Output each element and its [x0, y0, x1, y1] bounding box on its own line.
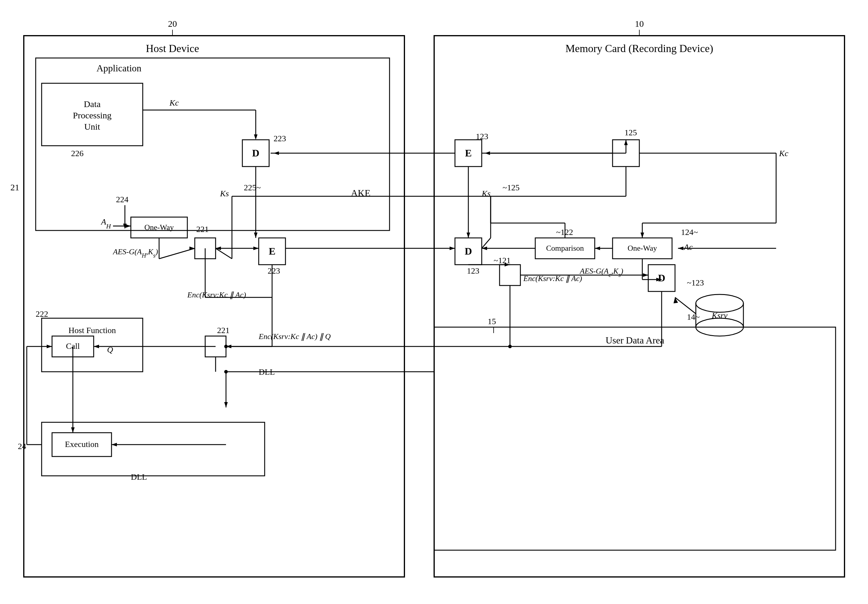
d-123-mid: D [465, 246, 472, 257]
dpu-label-line1: Data [84, 99, 101, 109]
dpu-label-line3: Unit [84, 122, 100, 132]
svg-marker-99 [624, 140, 628, 145]
svg-marker-15 [485, 151, 490, 155]
svg-marker-79 [112, 443, 117, 446]
svg-marker-35 [253, 246, 259, 250]
enc-ksrv-host: Enc(Ksrv:Kc ‖ Ac) [187, 291, 246, 299]
ref-14: 14~ [687, 312, 700, 322]
svg-marker-84 [46, 345, 52, 348]
e-123-top: E [465, 147, 472, 158]
d-223-top: D [252, 147, 260, 158]
ref-226: 226 [71, 149, 84, 158]
svg-marker-60 [643, 273, 648, 277]
dll-bot: DLL [131, 472, 147, 482]
svg-rect-2 [36, 58, 389, 231]
ref-221-bot: 221 [217, 326, 229, 335]
svg-marker-77 [71, 427, 74, 433]
svg-rect-3 [434, 36, 845, 577]
ks-host: Ks [220, 189, 229, 198]
ref-224: 224 [116, 195, 129, 204]
ref-223-mid: 223 [268, 266, 280, 276]
application-label: Application [96, 63, 141, 73]
dpu-label-line2: Processing [73, 110, 112, 120]
execution-label: Execution [65, 440, 99, 449]
kc-right: Kc [779, 149, 789, 158]
host-function-label: Host Function [68, 326, 116, 335]
svg-marker-8 [254, 135, 257, 140]
svg-marker-24 [126, 224, 131, 228]
one-way-host: One-Way [144, 223, 174, 232]
diagram-container: Host Device 20 21 Application Memory Car… [0, 0, 868, 604]
ksrv-label: Ksrv [711, 311, 728, 320]
ref-221-top: 221 [196, 225, 209, 234]
ref-21: 21 [11, 182, 19, 192]
ac-label: Ac [684, 242, 693, 252]
svg-point-53 [696, 294, 743, 312]
svg-marker-102 [640, 232, 644, 238]
svg-marker-96 [467, 232, 470, 238]
ref-223-top: 223 [274, 134, 286, 143]
ref-121: ~121 [494, 256, 511, 265]
svg-rect-61 [434, 327, 835, 550]
d-123-right: D [658, 273, 665, 283]
svg-line-31 [215, 248, 232, 259]
ref-123-d: ~123 [687, 278, 704, 287]
host-device-label: Host Device [146, 43, 199, 54]
memory-card-label: Memory Card (Recording Device) [566, 43, 713, 54]
user-data-area-label: User Data Area [605, 335, 664, 345]
svg-line-40 [482, 238, 491, 248]
svg-marker-44 [678, 246, 684, 250]
svg-marker-29 [189, 246, 195, 250]
aes-g-ac-ks: AES-G(Ac,Ks) [579, 267, 623, 278]
svg-marker-38 [450, 246, 455, 250]
ref-15: 15 [488, 317, 496, 326]
svg-rect-49 [499, 265, 520, 285]
ref-24: 24 [18, 441, 26, 451]
ref-20: 20 [168, 19, 177, 29]
svg-marker-46 [595, 246, 600, 250]
enc-ksrv-q: Enc(Ksrv:Kc ‖ Ac) ‖ Q [259, 332, 331, 341]
ref-225: 225~ [244, 183, 261, 192]
ref-123-mid: 123 [467, 266, 479, 276]
svg-marker-94 [254, 232, 257, 238]
ref-10: 10 [635, 19, 644, 29]
ake-label: AKE [351, 187, 370, 198]
ref-222: 222 [36, 309, 48, 319]
svg-point-109 [508, 345, 512, 348]
e-223-mid: E [269, 246, 276, 257]
aes-g-ah-ks: AES-G(AH,Ks) [112, 248, 158, 259]
svg-point-87 [224, 370, 228, 373]
kc-label-host: Kc [169, 98, 179, 107]
ref-125-top: 125 [625, 128, 637, 137]
ref-124: 124~ [681, 228, 698, 237]
ref-125-mid: ~125 [502, 183, 519, 192]
ref-123-top: 123 [476, 132, 488, 141]
svg-marker-17 [274, 151, 279, 155]
svg-marker-66 [94, 345, 99, 348]
svg-line-57 [675, 297, 696, 314]
svg-marker-72 [224, 402, 228, 407]
comparison-label: Comparison [546, 244, 584, 252]
ah-label: AH [101, 217, 111, 230]
one-way-card: One-Way [628, 244, 657, 252]
svg-rect-74 [42, 422, 265, 476]
